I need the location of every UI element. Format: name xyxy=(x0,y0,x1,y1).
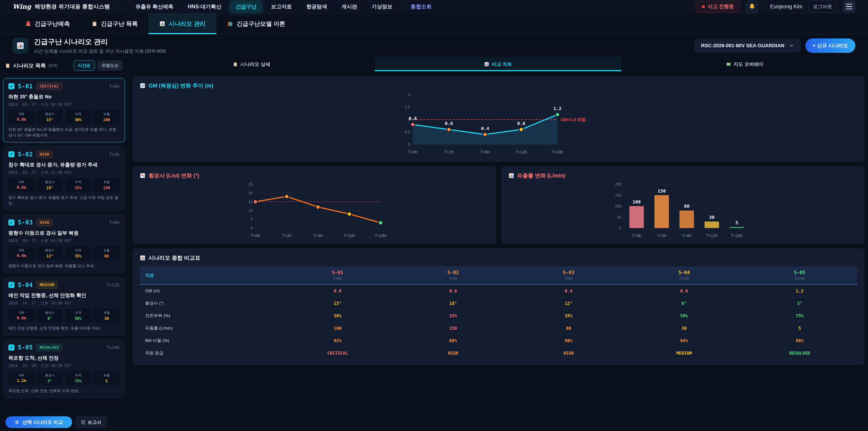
chevron-down-icon xyxy=(789,43,794,48)
stat-box: 유출 5 xyxy=(94,371,120,386)
svg-text:T+12h: T+12h xyxy=(706,234,718,238)
stat-label: 횡경사 xyxy=(38,373,62,377)
chart-row: 횡경사 (List) 변화 (°) 0510152025T+0hT+2hT+6h… xyxy=(133,166,864,244)
stat-value: 15° xyxy=(38,118,62,122)
table-chart-icon xyxy=(140,255,146,261)
table-cell-value: 90% xyxy=(511,338,626,343)
module-tab[interactable]: 시나리오 관리 xyxy=(149,13,216,34)
nav-item[interactable]: 긴급구난 xyxy=(230,1,262,13)
scenario-card[interactable]: ✓ S-03 HIGH T+6h 평형수 이동으로 경사 일부 복원 2024.… xyxy=(3,214,125,273)
app-title: 해양환경 위기대응 통합시스템 xyxy=(35,3,110,10)
svg-text:80: 80 xyxy=(684,204,689,209)
clipboard-icon xyxy=(92,21,97,27)
stat-label: GM xyxy=(9,180,34,184)
scenario-checkbox[interactable]: ✓ xyxy=(8,282,14,288)
table-scenario-id: S-01 xyxy=(280,270,395,275)
stat-label: GM xyxy=(9,311,34,314)
table-scenario-id: S-03 xyxy=(511,270,626,275)
comparison-table-panel: 시나리오 종합 비교표 지표 S-01 T+0h S-02 T+2h S-03 … xyxy=(133,249,864,365)
svg-text:100: 100 xyxy=(615,204,621,208)
report-button[interactable]: 보고서 xyxy=(76,417,106,428)
nav-item[interactable]: 항공탐색 xyxy=(301,1,333,13)
table-row: 위험 등급CRITICALHIGHHIGHMEDIUMRESOLVED xyxy=(140,347,857,359)
scenario-card[interactable]: ✓ S-02 HIGH T+2h 침수 확대로 경사 증가, 유출량 증가 추세… xyxy=(3,146,125,210)
scenario-datetime: 2024. 10. 27. 오후 04:30 KST xyxy=(8,238,120,243)
svg-text:0.5: 0.5 xyxy=(405,130,410,134)
compare-button-label: 선택 시나리오 비교 xyxy=(22,419,63,425)
logo: Wing 해양환경 위기대응 통합시스템 xyxy=(13,3,110,10)
content-tab[interactable]: 비교 차트 xyxy=(375,57,621,71)
module-tab[interactable]: 긴급구난모델 이론 xyxy=(216,13,296,34)
content-tab[interactable]: 지도 오버레이 xyxy=(621,57,868,71)
table-row-label: 위험 등급 xyxy=(140,350,280,356)
svg-text:200: 200 xyxy=(615,182,621,186)
nav-item[interactable]: 유출유 확산예측 xyxy=(130,1,179,13)
content-tab[interactable]: 시나리오 상세 xyxy=(128,57,375,71)
charts-area: GM (복원심) 변화 추이 (m) 00.511.52T+0hT+2hT+6h… xyxy=(128,71,868,431)
scenario-card[interactable]: ✓ S-04 MEDIUM T+12h 예인 작업 진행중, 선체 안정화 확인… xyxy=(3,277,125,336)
scenario-checkbox[interactable]: ✓ xyxy=(8,151,14,157)
scenario-stats: GM 0.6m 횡경사 18° 부력 25% 유출 150 xyxy=(8,178,120,192)
table-cell-value: 50% xyxy=(626,313,742,318)
stat-box: 횡경사 18° xyxy=(37,178,63,192)
notifications-button[interactable] xyxy=(746,0,758,13)
siren-icon xyxy=(25,21,31,27)
stat-value: 35% xyxy=(66,254,90,258)
scenario-time-offset: T+6h xyxy=(109,220,120,225)
trenddown-icon xyxy=(140,173,146,179)
table-scenario-header: S-02 T+2h xyxy=(395,270,511,281)
main-nav: 유출유 확산예측HNS·대기확산긴급구난보고자료항공탐색게시판기상정보통합조회 xyxy=(130,1,437,13)
stat-label: GM xyxy=(9,373,34,377)
logout-button[interactable]: 로그아웃 xyxy=(808,1,837,12)
sort-by-time-button[interactable]: 시간순 xyxy=(73,60,95,71)
svg-text:T+12h: T+12h xyxy=(515,150,527,154)
module-tab[interactable]: 긴급구난 목록 xyxy=(81,13,149,34)
stat-label: 횡경사 xyxy=(38,311,62,315)
table-cell-value: 30% xyxy=(280,313,395,318)
top-bar: Wing 해양환경 위기대응 통합시스템 유출유 확산예측HNS·대기확산긴급구… xyxy=(0,0,868,13)
nav-item[interactable]: 통합조회 xyxy=(405,1,437,13)
svg-text:GM=1.0 위험: GM=1.0 위험 xyxy=(561,117,586,122)
scenario-title: 침수 확대로 경사 증가, 유출량 증가 추세 xyxy=(8,161,120,168)
scenario-id: S-04 xyxy=(18,282,33,288)
scenario-chart-icon xyxy=(16,41,24,50)
scenario-card[interactable]: ✓ S-05 RESOLVED T+24h 목포항 도착, 선체 안정 2024… xyxy=(3,339,125,398)
table-cell-value: 98% xyxy=(742,338,857,343)
card-header: ✓ S-02 HIGH T+2h xyxy=(8,151,120,158)
stat-box: 유출 30 xyxy=(94,309,120,323)
stat-label: GM xyxy=(9,112,34,116)
map-icon xyxy=(726,62,731,67)
nav-item[interactable]: 게시판 xyxy=(336,1,363,13)
module-tab-label: 긴급구난 목록 xyxy=(101,20,138,28)
stat-box: 횡경사 3° xyxy=(37,371,63,386)
stat-box: GM 0.8m xyxy=(8,110,35,124)
stat-box: 유출 150 xyxy=(94,178,120,192)
nav-item[interactable]: 보고자료 xyxy=(266,1,297,13)
scenario-title: 목포항 도착, 선체 안정 xyxy=(8,355,120,361)
scenario-checkbox[interactable]: ✓ xyxy=(8,344,14,350)
sort-by-risk-button[interactable]: 위험도순 xyxy=(97,60,123,71)
scenario-checkbox[interactable]: ✓ xyxy=(8,83,14,89)
stat-value: 0.6m xyxy=(9,185,34,190)
svg-text:10: 10 xyxy=(248,208,253,213)
spill-rate-chart-title: 유출률 변화 (L/min) xyxy=(502,166,864,179)
new-scenario-button[interactable]: + 신규 시나리오 xyxy=(805,38,855,53)
nav-item[interactable]: HNS·대기확산 xyxy=(182,1,227,13)
module-tab[interactable]: 긴급구난예측 xyxy=(14,13,81,34)
table-cell-value: CRITICAL xyxy=(280,350,395,356)
scenario-checkbox[interactable]: ✓ xyxy=(8,219,14,225)
stat-label: 유출 xyxy=(94,180,119,184)
incident-select-dropdown[interactable]: RSC-2026-001·M/V SEA GUARDIAN xyxy=(694,39,800,52)
divider xyxy=(401,3,402,10)
table-cell-value: 8° xyxy=(626,301,742,306)
hamburger-menu-button[interactable] xyxy=(843,0,855,13)
svg-text:T+2h: T+2h xyxy=(657,234,666,238)
body: 시나리오 목록 (5개) 시간순 위험도순 ✓ S-01 CRITICAL T+… xyxy=(0,57,868,431)
svg-text:0.6: 0.6 xyxy=(517,121,525,126)
scenario-card[interactable]: ✓ S-01 CRITICAL T+0h 좌현 35° 충돌로 No 2024.… xyxy=(3,78,125,143)
nav-item[interactable]: 기상정보 xyxy=(366,1,398,13)
stat-label: 횡경사 xyxy=(38,112,62,116)
table-cell-value: 18° xyxy=(395,301,511,306)
spill-rate-panel: 유출률 변화 (L/min) 050100150200T+0hT+2hT+6hT… xyxy=(501,166,865,244)
compare-scenarios-button[interactable]: 선택 시나리오 비교 xyxy=(5,416,72,428)
